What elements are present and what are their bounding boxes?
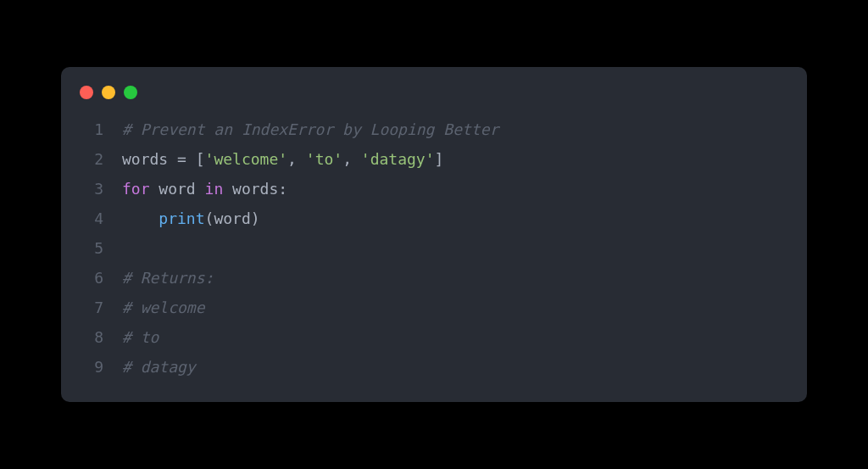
code-token: print <box>159 209 204 227</box>
code-content: print(word) <box>122 204 260 233</box>
code-line: 4 print(word) <box>80 204 788 233</box>
code-token: = <box>177 150 186 168</box>
code-token: # Prevent an IndexError by Looping Bette… <box>122 120 498 138</box>
line-number: 7 <box>80 293 103 322</box>
code-token: : <box>278 180 287 198</box>
code-token: for <box>122 180 150 198</box>
code-content: # Prevent an IndexError by Looping Bette… <box>122 114 498 144</box>
code-token: [ <box>196 150 205 168</box>
code-token: 'welcome' <box>205 150 288 168</box>
minimize-icon[interactable] <box>102 86 115 99</box>
code-token: words <box>223 180 278 198</box>
code-token: # to <box>122 328 159 346</box>
code-token: , <box>342 150 361 168</box>
code-token: word <box>150 180 205 198</box>
code-token <box>186 150 196 168</box>
line-number: 9 <box>80 352 103 382</box>
code-line: 3for word in words: <box>80 174 788 204</box>
code-content: # to <box>122 322 159 352</box>
code-content: # datagy <box>122 352 196 382</box>
maximize-icon[interactable] <box>124 86 137 99</box>
code-content: for word in words: <box>122 174 287 204</box>
code-line: 5 <box>80 233 788 263</box>
line-number: 4 <box>80 204 103 233</box>
code-area: 1# Prevent an IndexError by Looping Bett… <box>61 114 807 382</box>
code-editor-window: 1# Prevent an IndexError by Looping Bett… <box>61 67 807 403</box>
code-line: 9# datagy <box>80 352 788 382</box>
code-token: words <box>122 150 177 168</box>
line-number: 3 <box>80 174 103 204</box>
code-line: 2words = ['welcome', 'to', 'datagy'] <box>80 144 788 174</box>
code-token: in <box>205 180 224 198</box>
close-icon[interactable] <box>80 86 93 99</box>
code-token: # welcome <box>122 299 205 316</box>
code-content: # Returns: <box>122 263 214 293</box>
code-token: word <box>214 209 250 227</box>
code-token: ] <box>435 150 444 168</box>
line-number: 2 <box>80 144 103 174</box>
window-titlebar <box>61 67 807 114</box>
code-token: # Returns: <box>122 269 214 287</box>
code-token: 'to' <box>306 150 342 168</box>
line-number: 1 <box>80 114 103 144</box>
code-line: 8# to <box>80 322 788 352</box>
code-token: ) <box>251 209 260 227</box>
code-token: 'datagy' <box>361 150 435 168</box>
code-line: 1# Prevent an IndexError by Looping Bett… <box>80 114 788 144</box>
code-line: 7# welcome <box>80 293 788 322</box>
code-token: # datagy <box>122 358 196 376</box>
code-line: 6# Returns: <box>80 263 788 293</box>
line-number: 5 <box>80 233 103 263</box>
code-token: , <box>287 150 306 168</box>
code-token: ( <box>205 209 214 227</box>
code-content: words = ['welcome', 'to', 'datagy'] <box>122 144 443 174</box>
code-token <box>122 209 159 227</box>
line-number: 6 <box>80 263 103 293</box>
code-content: # welcome <box>122 293 205 322</box>
line-number: 8 <box>80 322 103 352</box>
